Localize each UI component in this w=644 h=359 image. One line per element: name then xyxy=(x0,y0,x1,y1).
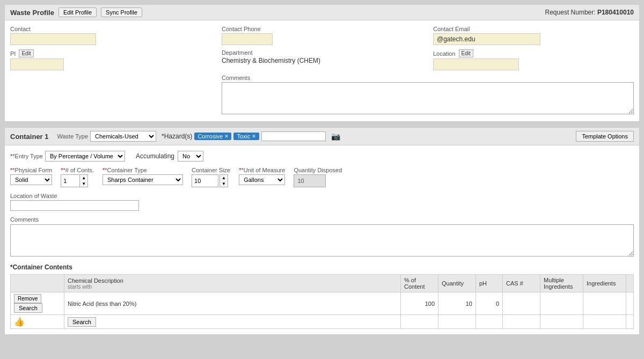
container-size-input[interactable] xyxy=(192,174,218,187)
container-type-label: *Container Type xyxy=(103,167,183,173)
container-comments-input[interactable] xyxy=(10,224,634,257)
location-waste-input[interactable] xyxy=(10,200,139,211)
container-contents-title: *Container Contents xyxy=(10,263,634,271)
hazard-input[interactable] xyxy=(261,131,326,141)
add-row: 👍 Search xyxy=(11,315,634,329)
col-actions xyxy=(11,275,64,292)
col-ingredients: Ingredients xyxy=(583,275,626,292)
request-number-value: P180410010 xyxy=(597,9,634,16)
entry-type-select[interactable]: By Percentage / Volume By Weight Unknown xyxy=(45,151,125,162)
col-chemical-description: Chemical Description starts with xyxy=(64,275,401,292)
container-size-spinner[interactable]: ▲ ▼ xyxy=(219,174,228,187)
hazard-toxic-tag[interactable]: Toxic × xyxy=(233,133,259,140)
row1-scroll-filler xyxy=(626,292,634,315)
request-number: Request Number: P180410010 xyxy=(545,9,634,16)
physical-form-select[interactable]: Solid Liquid Gas Sludge xyxy=(10,174,52,185)
unit-of-measure-select[interactable]: Gallons Liters Pounds Kilograms xyxy=(239,174,285,185)
num-conts-input[interactable] xyxy=(61,174,79,187)
unit-of-measure-label: *Unit of Measure xyxy=(239,167,285,173)
waste-type-label: Waste Type xyxy=(57,133,88,140)
row1-search-button[interactable]: Search xyxy=(14,303,42,313)
sync-profile-button[interactable]: Sync Profile xyxy=(101,8,142,17)
col-percent-content: % of Content xyxy=(401,275,438,292)
location-waste-label: Location of Waste xyxy=(10,193,634,199)
add-row-search-cell: Search xyxy=(64,315,401,329)
col-quantity: Quantity xyxy=(438,275,476,292)
hazards-label: *Hazard(s) xyxy=(162,133,192,140)
quantity-disposed-label: Quantity Disposed xyxy=(294,167,342,173)
row1-actions: Remove Search xyxy=(11,292,64,315)
template-options-button[interactable]: Template Options xyxy=(576,131,634,142)
department-value: Chemistry & Biochemistry (CHEM) xyxy=(222,57,422,64)
contact-phone-label: Contact Phone xyxy=(222,26,422,32)
hazard-corrosive-label: Corrosive xyxy=(197,133,223,140)
entry-type-label: *Entry Type xyxy=(10,153,43,159)
hazard-toxic-remove[interactable]: × xyxy=(252,133,256,140)
quantity-disposed-input xyxy=(294,174,326,187)
row1-chemical-description: Nitric Acid (less than 20%) xyxy=(64,292,401,315)
hazard-corrosive-remove[interactable]: × xyxy=(224,133,228,140)
col-ph: pH xyxy=(476,275,503,292)
container-comments-label: Comments xyxy=(10,216,634,223)
container-size-label: Container Size xyxy=(192,167,230,173)
pi-value xyxy=(10,58,64,70)
contact-email-value: @gatech.edu xyxy=(433,33,540,45)
contact-value xyxy=(10,33,96,45)
waste-profile-title: Waste Profile xyxy=(10,9,54,17)
profile-comments-input[interactable] xyxy=(222,82,634,114)
contact-phone-value xyxy=(222,33,273,45)
container-type-select[interactable]: Sharps Container Drum Box Bag Bottle xyxy=(103,174,183,185)
physical-form-label: *Physical Form xyxy=(10,167,52,173)
col-multiple-ingredients: Multiple Ingredients xyxy=(540,275,583,292)
row1-cas xyxy=(503,292,540,315)
profile-comments-label: Comments xyxy=(222,75,634,81)
add-row-thumbs: 👍 xyxy=(11,315,64,329)
thumbs-up-icon: 👍 xyxy=(14,317,25,326)
num-conts-spinner[interactable]: ▲ ▼ xyxy=(79,174,88,187)
add-row-search-button[interactable]: Search xyxy=(68,317,96,327)
table-row: Remove Search Nitric Acid (less than 20%… xyxy=(11,292,634,315)
row1-ingredients xyxy=(583,292,626,315)
accumulating-label: Accumulating xyxy=(136,152,174,160)
accumulating-select[interactable]: No Yes xyxy=(178,151,203,162)
camera-icon[interactable]: 📷 xyxy=(331,132,340,141)
contact-label: Contact xyxy=(10,26,211,32)
edit-profile-button[interactable]: Edit Profile xyxy=(58,8,97,17)
location-label: Location xyxy=(433,50,456,57)
location-value xyxy=(433,58,519,70)
row1-percent-content: 100 xyxy=(401,292,438,315)
contact-email-label: Contact Email xyxy=(433,26,634,32)
container-title: Container 1 xyxy=(10,133,49,141)
row1-remove-button[interactable]: Remove xyxy=(14,294,41,303)
row1-quantity: 10 xyxy=(438,292,476,315)
num-conts-label: *# of Conts. xyxy=(61,167,94,173)
hazard-corrosive-tag[interactable]: Corrosive × xyxy=(194,133,231,140)
container-size-up[interactable]: ▲ xyxy=(220,175,228,181)
container-size-down[interactable]: ▼ xyxy=(220,181,228,187)
location-edit-button[interactable]: Edit xyxy=(459,49,473,57)
num-conts-up[interactable]: ▲ xyxy=(80,175,87,181)
hazard-toxic-label: Toxic xyxy=(237,133,250,140)
num-conts-down[interactable]: ▼ xyxy=(80,181,87,187)
col-cas: CAS # xyxy=(503,275,540,292)
pi-edit-button[interactable]: Edit xyxy=(19,49,33,57)
row1-multiple-ingredients xyxy=(540,292,583,315)
pi-label: PI xyxy=(10,50,16,57)
col-scroll xyxy=(626,275,634,292)
waste-type-select[interactable]: Chemicals-Used Chemicals-Unused Biologic… xyxy=(90,131,156,142)
department-label: Department xyxy=(222,49,422,56)
row1-ph: 0 xyxy=(476,292,503,315)
